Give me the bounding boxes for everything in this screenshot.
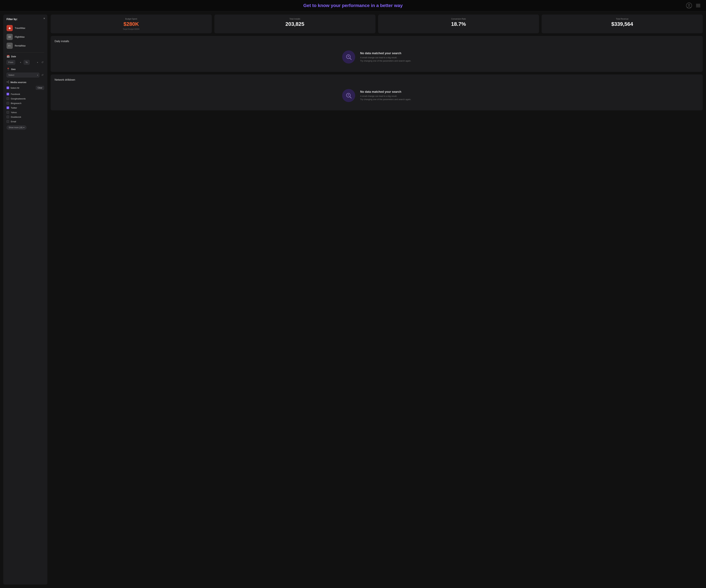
from-select-wrapper: From bbox=[6, 60, 23, 65]
svg-point-10 bbox=[7, 82, 7, 82]
stat-subtitle-budget: Target Budget $300K bbox=[54, 28, 208, 30]
geo-section: 📍 Geo Select ↺ bbox=[6, 68, 44, 77]
doublecick-checkbox[interactable] bbox=[6, 116, 9, 118]
email-checkbox[interactable] bbox=[6, 120, 9, 123]
geo-select[interactable]: Select bbox=[6, 73, 39, 77]
clear-button[interactable]: Clear bbox=[36, 86, 44, 90]
source-item-twitter[interactable]: Twitter bbox=[6, 106, 44, 110]
geo-select-wrapper: Select bbox=[6, 73, 39, 77]
select-all-row: Select All Clear bbox=[6, 86, 44, 90]
geo-icon: 📍 bbox=[6, 68, 10, 71]
title-prefix: Get to know your bbox=[303, 3, 342, 8]
stat-card-revenue: Total Revenue $339,564 bbox=[542, 14, 703, 33]
user-icon[interactable] bbox=[686, 3, 692, 8]
close-button[interactable]: × bbox=[43, 17, 45, 20]
source-label-doublecick: Doublecick bbox=[11, 116, 21, 118]
svg-point-1 bbox=[688, 4, 690, 6]
svg-point-0 bbox=[686, 3, 692, 8]
content-area: Budget Spent $280K Target Budget $300K T… bbox=[51, 14, 703, 585]
media-sources-section: Media sources Select All Clear Facebook … bbox=[6, 81, 44, 130]
stat-card-installs: Total Installs 203,825 bbox=[214, 14, 376, 33]
stat-card-budget: Budget Spent $280K Target Budget $300K bbox=[51, 14, 212, 33]
stat-card-conversion: Conversion Rate 18.7% bbox=[378, 14, 539, 33]
stats-row: Budget Spent $280K Target Budget $300K T… bbox=[51, 14, 703, 33]
source-item-bingsearch[interactable]: Bingsearch bbox=[6, 101, 44, 106]
geo-reset-button[interactable]: ↺ bbox=[41, 73, 44, 77]
main-layout: × Filter by: TravelMax FlightMax F+ Rent… bbox=[0, 11, 706, 588]
stat-title-conversion: Conversion Rate bbox=[381, 18, 536, 20]
menu-icon[interactable] bbox=[695, 3, 701, 8]
to-select[interactable]: To bbox=[24, 60, 30, 65]
geo-section-label: 📍 Geo bbox=[6, 68, 44, 71]
source-item-email[interactable]: Email bbox=[6, 119, 44, 124]
svg-line-13 bbox=[7, 82, 8, 83]
select-all-left: Select All bbox=[6, 87, 19, 89]
googleadwords-checkbox[interactable] bbox=[6, 97, 9, 100]
select-all-checkbox[interactable] bbox=[6, 87, 9, 89]
stat-value-budget: $280K bbox=[54, 21, 208, 27]
page-title: Get to know your performance in a better… bbox=[303, 3, 403, 8]
no-data-icon-2 bbox=[342, 89, 355, 102]
app-item-travelmax[interactable]: TravelMax bbox=[6, 24, 44, 33]
filter-by-label: Filter by: bbox=[6, 18, 44, 21]
source-label-yahoo: Yahoo bbox=[11, 111, 17, 114]
source-label-googleadwords: Googleadwords bbox=[11, 97, 26, 100]
stat-title-revenue: Total Revenue bbox=[545, 18, 700, 20]
app-item-flightmax[interactable]: FlightMax bbox=[6, 33, 44, 41]
share-icon bbox=[6, 81, 9, 84]
source-label-email: Email bbox=[11, 120, 16, 123]
twitter-checkbox[interactable] bbox=[6, 107, 9, 109]
date-row: From To ↺ bbox=[6, 60, 44, 65]
bingsearch-checkbox[interactable] bbox=[6, 102, 9, 104]
date-reset-button[interactable]: ↺ bbox=[41, 60, 44, 65]
network-drilldown-title: Network drilldown bbox=[54, 78, 699, 81]
source-item-facebook[interactable]: Facebook bbox=[6, 92, 44, 96]
header: Get to know your performance in a better… bbox=[0, 0, 706, 11]
no-data-desc-2: A small change can lead to a big result.… bbox=[360, 94, 411, 101]
app-name-rentalmax: RentalMax bbox=[15, 44, 26, 47]
source-label-facebook: Facebook bbox=[11, 93, 20, 95]
yahoo-checkbox[interactable] bbox=[6, 111, 9, 114]
source-item-yahoo[interactable]: Yahoo bbox=[6, 110, 44, 115]
no-data-text-1: No data matched your search A small chan… bbox=[360, 52, 411, 62]
source-label-bingsearch: Bingsearch bbox=[11, 102, 22, 104]
title-highlight: performance bbox=[342, 3, 370, 8]
daily-installs-no-data: No data matched your search A small chan… bbox=[54, 46, 699, 68]
calendar-icon: 📅 bbox=[6, 55, 10, 58]
svg-point-17 bbox=[348, 56, 349, 56]
source-item-doublecick[interactable]: Doublecick bbox=[6, 115, 44, 119]
geo-row: Select ↺ bbox=[6, 73, 44, 77]
source-item-googleadwords[interactable]: Googleadwords bbox=[6, 96, 44, 101]
select-all-label: Select All bbox=[10, 87, 19, 89]
svg-point-11 bbox=[8, 82, 9, 83]
no-data-heading-1: No data matched your search bbox=[360, 52, 411, 55]
to-select-wrapper: To bbox=[24, 60, 40, 65]
no-data-text-2: No data matched your search A small chan… bbox=[360, 90, 411, 101]
stat-value-installs: 203,825 bbox=[218, 21, 372, 27]
daily-installs-title: Daily installs bbox=[54, 40, 699, 43]
source-label-twitter: Twitter bbox=[11, 107, 17, 109]
stat-value-revenue: $339,564 bbox=[545, 21, 700, 27]
title-suffix: in a better way bbox=[369, 3, 403, 8]
app-icon-travelmax bbox=[6, 25, 13, 31]
no-data-desc-1: A small change can lead to a big result.… bbox=[360, 56, 411, 62]
facebook-checkbox[interactable] bbox=[6, 93, 9, 95]
stat-value-conversion: 18.7% bbox=[381, 21, 536, 27]
stat-title-budget: Budget Spent bbox=[54, 18, 208, 20]
network-drilldown-section: Network drilldown No data matched your s… bbox=[51, 75, 703, 111]
app-name-flightmax: FlightMax bbox=[15, 36, 25, 38]
svg-line-19 bbox=[350, 97, 351, 98]
from-select[interactable]: From bbox=[6, 60, 15, 65]
app-icon-rentalmax: F+ bbox=[6, 43, 13, 49]
header-actions bbox=[686, 3, 701, 8]
show-more-button[interactable]: Show more (18) ▾ bbox=[6, 125, 27, 130]
svg-text:F+: F+ bbox=[8, 45, 11, 47]
media-sources-label: Media sources bbox=[6, 81, 44, 84]
no-data-heading-2: No data matched your search bbox=[360, 90, 411, 93]
app-name-travelmax: TravelMax bbox=[15, 27, 25, 29]
app-item-rentalmax[interactable]: F+ RentalMax bbox=[6, 41, 44, 50]
svg-line-15 bbox=[350, 58, 351, 59]
app-icon-flightmax bbox=[6, 34, 13, 40]
svg-line-12 bbox=[7, 81, 8, 82]
svg-point-21 bbox=[348, 94, 349, 95]
